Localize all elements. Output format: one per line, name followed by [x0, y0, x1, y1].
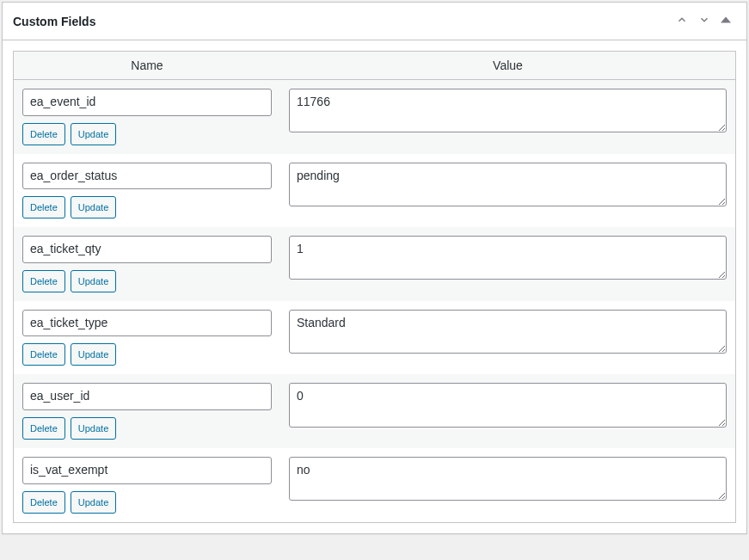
triangle-up-icon — [721, 15, 731, 28]
panel-body: Name Value DeleteUpdate11766DeleteUpdate… — [3, 40, 746, 533]
field-name-input[interactable] — [22, 163, 272, 190]
field-name-input[interactable] — [22, 236, 272, 263]
button-row: DeleteUpdate — [22, 196, 272, 218]
field-value-textarea[interactable]: pending — [289, 163, 727, 206]
update-button[interactable]: Update — [71, 196, 116, 218]
custom-fields-table: Name Value DeleteUpdate11766DeleteUpdate… — [14, 52, 735, 522]
field-value-textarea[interactable]: 1 — [289, 236, 727, 280]
delete-button[interactable]: Delete — [22, 491, 65, 514]
table-row: DeleteUpdate11766 — [14, 80, 735, 154]
update-button[interactable]: Update — [71, 491, 116, 514]
button-row: DeleteUpdate — [22, 491, 272, 514]
button-row: DeleteUpdate — [22, 343, 272, 366]
table-row: DeleteUpdateStandard — [14, 301, 735, 375]
name-cell: DeleteUpdate — [14, 80, 280, 154]
value-cell: 1 — [280, 227, 735, 301]
delete-button[interactable]: Delete — [22, 343, 65, 366]
value-cell: 0 — [280, 374, 735, 448]
name-cell: DeleteUpdate — [14, 154, 280, 228]
update-button[interactable]: Update — [71, 343, 116, 366]
field-value-textarea[interactable]: 0 — [289, 383, 727, 427]
name-cell: DeleteUpdate — [14, 301, 280, 375]
panel-handle-actions — [671, 10, 736, 32]
name-cell: DeleteUpdate — [14, 227, 280, 301]
delete-button[interactable]: Delete — [22, 417, 65, 440]
table-row: DeleteUpdate1 — [14, 227, 735, 301]
chevron-down-icon — [698, 14, 710, 28]
name-cell: DeleteUpdate — [14, 448, 280, 522]
table-row: DeleteUpdatepending — [14, 154, 735, 228]
value-cell: pending — [280, 154, 735, 228]
update-button[interactable]: Update — [71, 270, 116, 292]
delete-button[interactable]: Delete — [22, 196, 65, 218]
table-row: DeleteUpdateno — [14, 448, 735, 522]
chevron-up-icon — [676, 14, 688, 28]
button-row: DeleteUpdate — [22, 123, 272, 145]
toggle-panel-button[interactable] — [715, 11, 736, 31]
svg-marker-0 — [721, 16, 731, 22]
column-header-name: Name — [14, 52, 280, 80]
panel-title: Custom Fields — [13, 15, 95, 28]
move-down-button[interactable] — [693, 10, 715, 32]
move-up-button[interactable] — [671, 10, 693, 32]
value-cell: Standard — [280, 301, 735, 375]
field-name-input[interactable] — [22, 383, 272, 410]
custom-fields-panel: Custom Fields — [2, 2, 747, 534]
field-value-textarea[interactable]: 11766 — [289, 89, 727, 132]
delete-button[interactable]: Delete — [22, 123, 65, 145]
value-cell: 11766 — [280, 80, 735, 154]
field-name-input[interactable] — [22, 89, 272, 116]
field-value-textarea[interactable]: Standard — [289, 310, 727, 354]
table-row: DeleteUpdate0 — [14, 374, 735, 448]
value-cell: no — [280, 448, 735, 522]
update-button[interactable]: Update — [71, 417, 116, 440]
column-header-value: Value — [280, 52, 735, 80]
button-row: DeleteUpdate — [22, 417, 272, 440]
delete-button[interactable]: Delete — [22, 270, 65, 292]
button-row: DeleteUpdate — [22, 270, 272, 292]
name-cell: DeleteUpdate — [14, 374, 280, 448]
panel-header: Custom Fields — [3, 3, 746, 40]
field-name-input[interactable] — [22, 457, 272, 484]
update-button[interactable]: Update — [71, 123, 116, 145]
field-value-textarea[interactable]: no — [289, 457, 727, 501]
field-name-input[interactable] — [22, 310, 272, 337]
